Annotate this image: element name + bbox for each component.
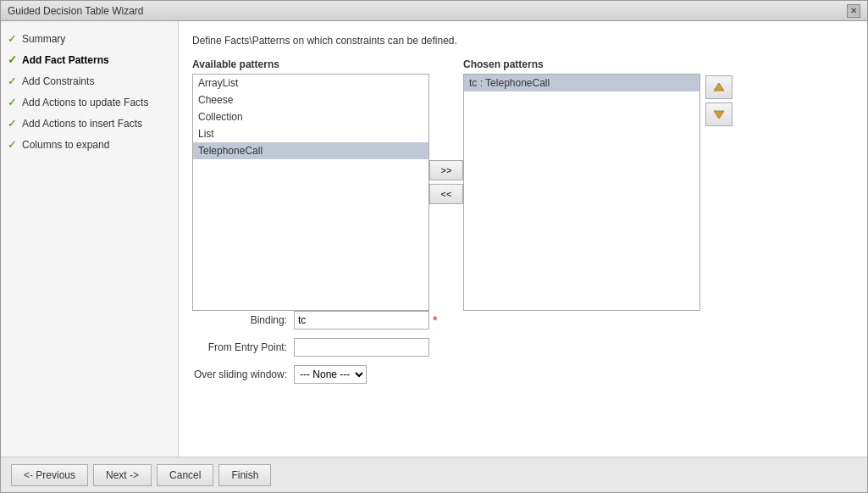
move-left-button[interactable]: << (429, 184, 463, 204)
check-icon-add-fact-patterns: ✓ (8, 53, 17, 66)
available-patterns-list[interactable]: ArrayList Cheese Collection List Telepho… (192, 74, 429, 311)
patterns-row: Available patterns ArrayList Cheese Coll… (192, 58, 854, 311)
available-patterns-label: Available patterns (192, 58, 429, 70)
arrow-buttons: >> << (429, 58, 463, 204)
updown-buttons (705, 75, 733, 126)
sidebar: ✓ Summary ✓ Add Fact Patterns ✓ Add Cons… (1, 21, 179, 457)
move-down-button[interactable] (705, 102, 733, 126)
list-item-telephonecall[interactable]: TelephoneCall (193, 142, 428, 159)
from-entry-point-row: From Entry Point: (192, 338, 854, 357)
over-sliding-window-row: Over sliding window: --- None --- (192, 365, 854, 384)
sidebar-label-add-fact-patterns: Add Fact Patterns (22, 54, 109, 66)
sliding-window-select[interactable]: --- None --- (294, 365, 367, 384)
sidebar-label-summary: Summary (22, 33, 65, 45)
description-text: Define Facts\Patterns on which constrain… (192, 35, 854, 47)
over-sliding-window-label: Over sliding window: (192, 368, 294, 380)
list-item-list[interactable]: List (193, 125, 428, 142)
sidebar-item-add-constraints[interactable]: ✓ Add Constraints (1, 70, 178, 91)
check-icon-add-constraints: ✓ (8, 75, 17, 87)
check-icon-add-actions-insert: ✓ (8, 117, 17, 130)
sidebar-item-add-actions-insert[interactable]: ✓ Add Actions to insert Facts (1, 113, 178, 134)
title-bar: Guided Decision Table Wizard ✕ (1, 1, 867, 21)
content-area: ✓ Summary ✓ Add Fact Patterns ✓ Add Cons… (1, 21, 867, 457)
check-icon-add-actions-update: ✓ (8, 96, 17, 108)
next-button[interactable]: Next -> (93, 464, 152, 486)
cancel-button[interactable]: Cancel (157, 464, 213, 486)
main-content: Define Facts\Patterns on which constrain… (179, 21, 867, 457)
chosen-patterns-label: Chosen patterns (463, 58, 700, 70)
binding-row: Binding: * (192, 311, 854, 330)
close-button[interactable]: ✕ (847, 4, 860, 18)
sidebar-label-columns-expand: Columns to expand (22, 139, 109, 151)
chosen-item-tc[interactable]: tc : TelephoneCall (464, 75, 699, 91)
binding-label: Binding: (192, 314, 294, 326)
dialog-title: Guided Decision Table Wizard (8, 5, 144, 17)
check-icon-columns-expand: ✓ (8, 138, 17, 151)
sidebar-label-add-actions-update: Add Actions to update Facts (22, 97, 148, 108)
check-icon-summary: ✓ (8, 32, 17, 45)
move-up-button[interactable] (705, 75, 733, 99)
finish-button[interactable]: Finish (218, 464, 271, 486)
sidebar-label-add-constraints: Add Constraints (22, 75, 94, 87)
move-right-button[interactable]: >> (429, 160, 463, 180)
from-entry-point-label: From Entry Point: (192, 341, 294, 353)
sidebar-item-columns-expand[interactable]: ✓ Columns to expand (1, 134, 178, 155)
list-item-cheese[interactable]: Cheese (193, 91, 428, 108)
binding-required: * (433, 313, 437, 327)
previous-button[interactable]: <- Previous (11, 464, 88, 486)
from-entry-point-input[interactable] (294, 338, 429, 357)
list-item-arraylist[interactable]: ArrayList (193, 75, 428, 91)
svg-marker-0 (714, 83, 724, 91)
list-item-collection[interactable]: Collection (193, 108, 428, 125)
bottom-bar: <- Previous Next -> Cancel Finish (1, 457, 867, 492)
sidebar-item-add-fact-patterns[interactable]: ✓ Add Fact Patterns (1, 49, 178, 70)
binding-input[interactable] (294, 311, 429, 330)
sidebar-item-add-actions-update[interactable]: ✓ Add Actions to update Facts (1, 91, 178, 113)
sidebar-item-summary[interactable]: ✓ Summary (1, 28, 178, 49)
chosen-patterns-list[interactable]: tc : TelephoneCall (463, 74, 700, 311)
chosen-patterns-box: Chosen patterns tc : TelephoneCall (463, 58, 700, 311)
sidebar-label-add-actions-insert: Add Actions to insert Facts (22, 118, 142, 130)
available-patterns-box: Available patterns ArrayList Cheese Coll… (192, 58, 429, 311)
svg-marker-1 (714, 111, 724, 119)
dialog: Guided Decision Table Wizard ✕ ✓ Summary… (0, 0, 868, 493)
